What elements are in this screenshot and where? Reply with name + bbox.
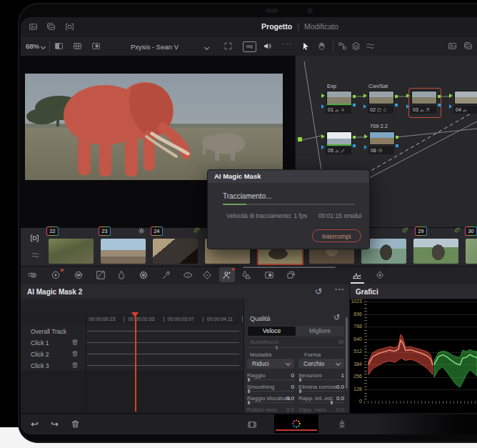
zoom-level[interactable]: 68% [26, 42, 39, 50]
delete-track-icon[interactable] [71, 362, 79, 369]
node-thumbnail[interactable] [326, 131, 352, 146]
node-thumbnail[interactable] [368, 91, 394, 104]
playhead-line[interactable] [135, 317, 136, 412]
tracker-menu-dots[interactable]: ··· [335, 285, 345, 294]
quality-option-fast[interactable]: Veloce [248, 327, 296, 336]
color-wheels-icon[interactable] [51, 270, 61, 280]
clips-view-icon[interactable] [65, 22, 74, 31]
scope-tick-label: 768 [350, 324, 362, 329]
param-label: Smoothing [247, 384, 274, 390]
clip-badge: 23 [99, 227, 111, 236]
blur-palette-icon[interactable] [241, 270, 251, 280]
scopes-title: Grafici [356, 288, 378, 296]
cut-page-icon[interactable] [247, 419, 257, 429]
split-compare-icon[interactable] [91, 41, 101, 51]
track-row[interactable]: Click 1 [21, 337, 243, 349]
track-row[interactable]: Overall Track [21, 325, 243, 337]
power-window-icon[interactable] [183, 270, 193, 280]
node-bar[interactable]: 06 [368, 146, 394, 154]
node-bar[interactable]: 02 [368, 106, 393, 114]
gallery-search-icon[interactable] [463, 41, 473, 51]
node-editor-icon[interactable] [338, 41, 347, 51]
node-bar[interactable]: 05 [326, 146, 351, 154]
node-bar[interactable]: 03 [411, 106, 436, 114]
node-bar[interactable]: 04 [453, 106, 477, 114]
shape-label: Forma [304, 352, 321, 358]
speaker-icon[interactable] [263, 41, 272, 51]
param-slider[interactable] [247, 379, 294, 380]
grid-view-icon[interactable] [73, 41, 82, 51]
keyframes-palette-icon[interactable] [375, 270, 385, 280]
warper-icon[interactable] [139, 270, 149, 280]
mode-dropdown[interactable]: Riduci [247, 359, 294, 369]
zoom-chevron-icon [41, 44, 46, 49]
track-row[interactable]: Click 3 [21, 359, 243, 372]
shape-dropdown[interactable]: Cerchio [298, 359, 344, 369]
node-thumbnail[interactable] [369, 131, 395, 145]
param-slider[interactable] [298, 379, 344, 380]
node-bar[interactable]: 01 [326, 106, 351, 114]
hdr-wheels-icon[interactable] [74, 270, 84, 280]
lut-gallery-icon[interactable] [46, 22, 56, 31]
tracker-reset-icon[interactable]: ↺ [315, 287, 322, 297]
node-thumbnail[interactable] [411, 91, 437, 104]
clips-strip-icon[interactable] [29, 234, 40, 243]
autotouch-value: 30 [316, 339, 344, 345]
quality-label: Qualità [250, 315, 271, 322]
qualifier-icon[interactable] [116, 270, 126, 280]
clip-badge: 29 [415, 227, 427, 236]
scope-tick-label: 512 [350, 349, 362, 354]
clip-badge: 30 [465, 227, 477, 236]
delete-trash-icon[interactable] [71, 419, 80, 429]
color-page-active-underline [276, 429, 317, 431]
node-thumbnail[interactable] [326, 91, 352, 105]
camera-raw-icon[interactable] [28, 270, 38, 280]
timeline-mini-icon[interactable] [31, 251, 40, 259]
clip-thumbnail[interactable] [101, 239, 146, 264]
layers-icon[interactable] [351, 41, 361, 51]
clip-thumbnail[interactable] [413, 239, 458, 264]
quality-reset-icon[interactable]: ↺ [333, 313, 340, 322]
tracker-icon[interactable] [202, 270, 212, 280]
picker-icon[interactable] [161, 270, 171, 280]
delete-track-icon[interactable] [71, 339, 79, 346]
wheels-modified-dot [61, 269, 64, 272]
key-palette-icon[interactable] [264, 270, 274, 280]
graph-input-connector[interactable] [298, 137, 302, 141]
pointer-tool-icon[interactable] [301, 41, 311, 51]
curves-icon[interactable] [96, 270, 106, 280]
clip-title[interactable]: Pxysis - Sean V [106, 43, 203, 51]
viewer-menu-dots[interactable]: ··· [282, 39, 292, 48]
strip-scrollbar[interactable] [243, 267, 336, 268]
fullscreen-icon[interactable] [224, 41, 233, 51]
delete-track-icon[interactable] [71, 350, 79, 357]
pan-hand-icon[interactable] [317, 41, 326, 51]
progress-track [223, 204, 355, 205]
node-thumbnail[interactable] [454, 91, 477, 104]
hq-playback-icon[interactable]: HQ [243, 41, 256, 52]
gallery-stills-icon[interactable] [448, 41, 457, 51]
magic-mask-icon[interactable] [222, 270, 232, 280]
track-row[interactable]: Click 2 [21, 348, 243, 360]
deliver-rocket-icon[interactable] [337, 419, 347, 429]
stills-gallery-icon[interactable] [29, 22, 38, 31]
param-slider[interactable] [247, 391, 294, 392]
redo-button[interactable]: ↪ [51, 419, 59, 429]
project-name[interactable]: Progetto [261, 22, 292, 31]
scopes-palette-icon[interactable] [352, 270, 362, 280]
autotouch-slider[interactable] [247, 347, 344, 348]
clip-thumbnail[interactable] [49, 239, 94, 264]
param-slider[interactable] [298, 402, 344, 403]
undo-button[interactable]: ↩ [31, 419, 39, 429]
param-slider[interactable] [298, 391, 344, 392]
single-viewer-icon[interactable] [54, 41, 64, 51]
param-slider[interactable] [247, 402, 294, 403]
wipe-modes-icon[interactable] [366, 41, 375, 51]
project-status: Modificato [304, 22, 338, 31]
clip-thumbnail[interactable] [153, 239, 198, 264]
clip-thumbnail[interactable] [466, 239, 477, 264]
settings-scrollbar[interactable] [346, 317, 348, 389]
cancel-tracking-button[interactable]: Interrompi [312, 229, 361, 242]
quality-option-better[interactable]: Migliore [296, 326, 344, 337]
sizing-palette-icon[interactable] [286, 270, 296, 280]
